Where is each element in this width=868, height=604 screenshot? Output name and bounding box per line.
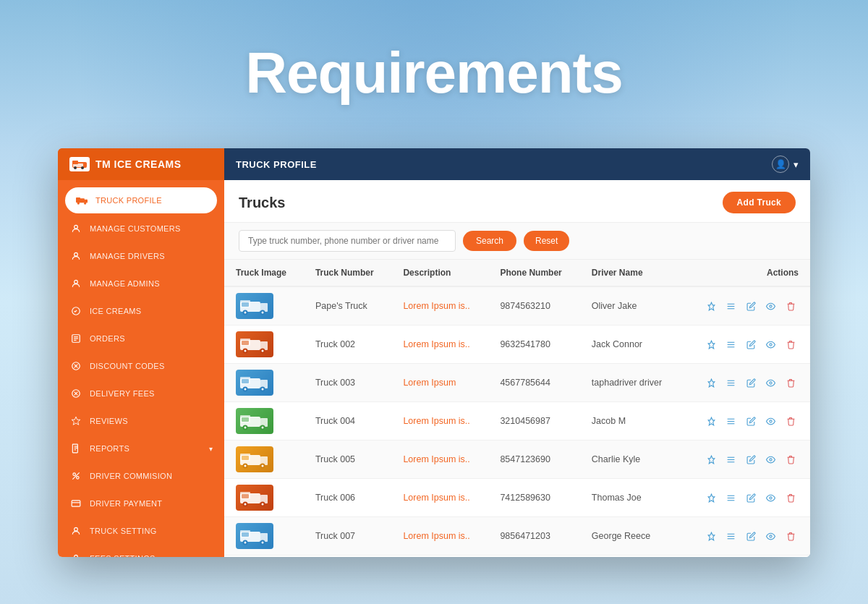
- truck-number-cell: Truck 003: [304, 364, 391, 402]
- nav-icon-delivery-fees: [69, 387, 82, 400]
- action-delete-icon[interactable]: [783, 528, 799, 544]
- add-truck-button[interactable]: Add Truck: [723, 192, 796, 213]
- action-list-icon[interactable]: [723, 490, 739, 506]
- sidebar-item-manage-admins[interactable]: MANAGE ADMINS: [58, 270, 224, 297]
- truck-driver-cell: George Reece: [580, 517, 681, 556]
- nav-icon-manage-customers: [69, 222, 82, 235]
- sidebar-item-discount-codes[interactable]: DISCOUNT CODES: [58, 352, 224, 380]
- action-delete-icon[interactable]: [783, 375, 799, 391]
- sidebar-item-orders[interactable]: ORDERS: [58, 325, 224, 352]
- topbar-user[interactable]: 👤 ▾: [772, 156, 799, 173]
- svg-rect-51: [242, 341, 249, 345]
- action-view-icon[interactable]: [763, 336, 779, 352]
- truck-number-cell: Truck 004: [304, 402, 391, 441]
- action-pin-icon[interactable]: [703, 413, 719, 429]
- sidebar-item-driver-payment[interactable]: DRIVER PAYMENT: [58, 490, 224, 517]
- table-row: Truck 006 Lorem Ipsum is.. 7412589630 Th…: [224, 479, 810, 517]
- sidebar-item-reviews[interactable]: REVIEWS: [58, 407, 224, 435]
- action-pin-icon[interactable]: [703, 528, 719, 544]
- action-delete-icon[interactable]: [783, 336, 799, 352]
- sidebar-item-fees-settings[interactable]: FEES SETTINGS: [58, 545, 224, 557]
- svg-point-108: [244, 542, 247, 544]
- nav-icon-ice-creams: [69, 305, 82, 318]
- reset-button[interactable]: Reset: [524, 231, 569, 251]
- truck-actions-cell: [681, 364, 810, 402]
- svg-point-74: [262, 427, 264, 429]
- truck-number-cell: Truck 002: [304, 326, 391, 364]
- truck-image-cell: [224, 479, 304, 517]
- svg-point-60: [244, 388, 247, 391]
- svg-rect-63: [242, 379, 249, 383]
- action-view-icon[interactable]: [763, 490, 779, 506]
- search-bar: Search Reset: [224, 223, 810, 260]
- action-list-icon[interactable]: [723, 528, 739, 544]
- action-view-icon[interactable]: [763, 298, 779, 314]
- sidebar-label-delivery-fees: DELIVERY FEES: [90, 389, 155, 398]
- action-pin-icon[interactable]: [703, 298, 719, 314]
- sidebar-label-fees-settings: FEES SETTINGS: [90, 554, 156, 557]
- sidebar-item-reports[interactable]: REPORTS▾: [58, 435, 224, 462]
- sidebar-item-manage-customers[interactable]: MANAGE CUSTOMERS: [58, 215, 224, 242]
- action-edit-icon[interactable]: [743, 528, 759, 544]
- truck-driver-cell: Jacob M: [580, 402, 681, 441]
- action-edit-icon[interactable]: [743, 336, 759, 352]
- action-view-icon[interactable]: [763, 413, 779, 429]
- action-edit-icon[interactable]: [743, 375, 759, 391]
- truck-image-cell: [224, 402, 304, 441]
- svg-point-110: [262, 542, 264, 544]
- sidebar-item-delivery-fees[interactable]: DELIVERY FEES: [58, 380, 224, 407]
- sidebar-item-truck-profile[interactable]: TRUCK PROFILE: [65, 187, 217, 213]
- action-list-icon[interactable]: [723, 375, 739, 391]
- action-list-icon[interactable]: [723, 451, 739, 467]
- trucks-table: Truck Image Truck Number Description Pho…: [224, 260, 810, 557]
- action-pin-icon[interactable]: [703, 451, 719, 467]
- svg-point-67: [770, 381, 772, 383]
- truck-phone-cell: 3210456987: [488, 402, 579, 441]
- col-truck-number: Truck Number: [304, 260, 391, 286]
- action-edit-icon[interactable]: [743, 298, 759, 314]
- user-avatar-icon: 👤: [772, 156, 789, 173]
- action-delete-icon[interactable]: [783, 298, 799, 314]
- sidebar-label-manage-drivers: MANAGE DRIVERS: [90, 252, 165, 260]
- sidebar-item-manage-drivers[interactable]: MANAGE DRIVERS: [58, 242, 224, 270]
- col-phone: Phone Number: [488, 260, 579, 286]
- table-row: Truck 002 Lorem Ipsum is.. 9632541780 Ja…: [224, 326, 810, 364]
- search-input[interactable]: [239, 230, 456, 252]
- action-list-icon[interactable]: [723, 298, 739, 314]
- action-delete-icon[interactable]: [783, 413, 799, 429]
- table-row: Truck 004 Lorem Ipsum is.. 3210456987 Ja…: [224, 402, 810, 441]
- search-button[interactable]: Search: [463, 231, 516, 251]
- action-view-icon[interactable]: [763, 528, 779, 544]
- app-window: TM ICE CREAMS TRUCK PROFILE MANAGE CUSTO…: [58, 148, 810, 557]
- action-pin-icon[interactable]: [703, 336, 719, 352]
- sidebar-label-orders: ORDERS: [90, 334, 125, 343]
- action-list-icon[interactable]: [723, 413, 739, 429]
- sidebar-item-driver-commision[interactable]: DRIVER COMMISION: [58, 462, 224, 490]
- action-view-icon[interactable]: [763, 375, 779, 391]
- action-delete-icon[interactable]: [783, 490, 799, 506]
- svg-point-96: [244, 503, 247, 506]
- truck-desc-cell: Lorem Ipsum is..: [391, 441, 488, 479]
- svg-point-8: [77, 202, 80, 204]
- action-list-icon[interactable]: [723, 336, 739, 352]
- action-delete-icon[interactable]: [783, 451, 799, 467]
- main-content: TRUCK PROFILE 👤 ▾ Trucks Add Truck Searc…: [224, 148, 810, 557]
- svg-point-36: [244, 312, 247, 314]
- nav-icon-reviews: [69, 414, 82, 428]
- nav-icon-driver-payment: [69, 497, 82, 510]
- action-pin-icon[interactable]: [703, 490, 719, 506]
- truck-image-cell: [224, 326, 304, 364]
- action-pin-icon[interactable]: [703, 375, 719, 391]
- action-edit-icon[interactable]: [743, 490, 759, 506]
- truck-driver-cell: Oliver Jake: [580, 286, 681, 326]
- action-view-icon[interactable]: [763, 451, 779, 467]
- sidebar-item-ice-creams[interactable]: ICE CREAMS: [58, 297, 224, 325]
- nav-icon-orders: [69, 332, 82, 345]
- truck-driver-cell: Charlie Kyle: [580, 441, 681, 479]
- sidebar-item-truck-setting[interactable]: TRUCK SETTING: [58, 517, 224, 545]
- truck-actions-cell: [681, 556, 810, 558]
- action-edit-icon[interactable]: [743, 413, 759, 429]
- sidebar-label-truck-profile: TRUCK PROFILE: [95, 196, 162, 205]
- action-edit-icon[interactable]: [743, 451, 759, 467]
- svg-point-72: [244, 427, 247, 429]
